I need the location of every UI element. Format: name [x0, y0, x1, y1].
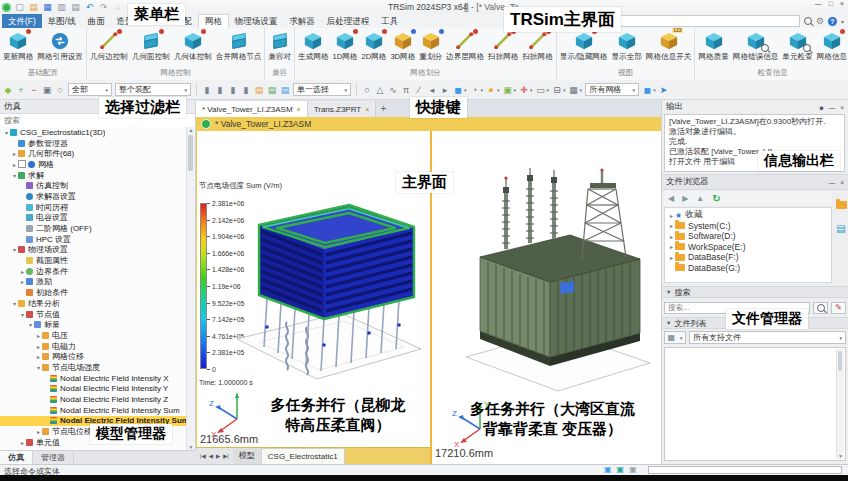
pick-mode-dropdown[interactable]: 单一选择▾ — [293, 83, 351, 96]
chevron-down-icon[interactable]: ▾ — [563, 87, 566, 93]
menu-tab-6[interactable]: 网格 — [198, 14, 229, 28]
pick-box-icon[interactable]: ▣ — [42, 85, 52, 95]
background-icon[interactable]: ▣ — [503, 85, 513, 95]
ribbon-button[interactable]: 网格引用设置 — [35, 30, 85, 62]
tree-item[interactable]: Nodal Electric Field Intensity Z — [0, 394, 187, 405]
save-icon[interactable]: ▦ — [42, 1, 53, 13]
expander-icon[interactable]: ▾ — [11, 300, 18, 307]
chevron-down-icon[interactable]: ▾ — [841, 18, 844, 25]
chevron-down-icon[interactable]: ▾ — [530, 87, 533, 93]
expander-icon[interactable]: ▸ — [11, 161, 18, 168]
panel-tab-0[interactable]: 仿真 — [0, 451, 33, 464]
expander-icon[interactable]: ▸ — [668, 243, 675, 250]
filter-face-icon[interactable]: ▮ — [228, 85, 238, 95]
tree-item[interactable]: ▸几何部件(68) — [0, 148, 187, 159]
tree-item[interactable]: 求解器设置 — [0, 191, 187, 202]
mesh-filter-dropdown[interactable]: 所有网格▾ — [585, 83, 639, 96]
expander-icon[interactable]: ▸ — [668, 233, 675, 240]
refresh-icon[interactable]: ↻ — [712, 193, 720, 204]
ribbon-button[interactable]: 网格信息 — [815, 30, 848, 62]
tree-item[interactable]: 仿真控制 — [0, 180, 187, 191]
chevron-down-icon[interactable]: ▾ — [481, 87, 484, 93]
mesh-display-icon[interactable]: ◼ — [642, 85, 652, 95]
window-icon[interactable]: ▭ — [536, 85, 546, 95]
expander-icon[interactable]: ▾ — [11, 172, 18, 179]
chevron-down-icon[interactable]: ▾ — [547, 87, 550, 93]
menu-tab-10[interactable]: 工具 — [375, 14, 404, 28]
print-icon[interactable]: ▥ — [56, 1, 67, 13]
tree-item[interactable]: Nodal Electric Field Intensity Sum — [0, 405, 187, 416]
tree-item[interactable]: ▾物理场设置 — [0, 245, 187, 256]
tree-item[interactable]: ▸激励 — [0, 277, 187, 288]
add-icon[interactable]: + — [16, 85, 26, 95]
ribbon-button[interactable]: 几何面控制 — [130, 30, 172, 62]
expander-icon[interactable]: ▾ — [27, 321, 34, 328]
close-icon[interactable]: × — [840, 104, 844, 111]
line-tool-icon[interactable]: ∕ — [414, 85, 424, 95]
ribbon-button[interactable]: 扫掠网格 — [486, 30, 520, 62]
back-icon[interactable]: ◀ — [668, 194, 674, 203]
export-icon[interactable]: ▤ — [70, 1, 81, 13]
chevron-down-icon[interactable]: ▾ — [464, 87, 467, 93]
scrollbar-thumb[interactable] — [188, 135, 193, 171]
menu-tab-1[interactable]: 草图/线 — [42, 14, 82, 28]
library-dock-icon[interactable]: ▤ — [836, 223, 845, 234]
filter-edge-icon[interactable]: ▮ — [215, 85, 225, 95]
minimize-button[interactable]: — — [815, 0, 822, 7]
file-type-filter-dropdown[interactable]: 所有支持文件 ▾ — [689, 331, 846, 344]
scrollbar-thumb[interactable] — [838, 351, 842, 371]
render-mode-icon[interactable]: ● — [486, 85, 496, 95]
app-logo[interactable] — [2, 3, 11, 12]
restore-button[interactable]: □ — [829, 0, 833, 7]
chevron-down-icon[interactable]: ▾ — [497, 87, 500, 93]
ribbon-button[interactable]: 几何体控制 — [172, 30, 214, 62]
ribbon-button[interactable]: 合并网格节点 — [214, 30, 264, 62]
folder-item[interactable]: ▸Software(D:) — [665, 231, 831, 242]
ribbon-button[interactable]: 显示全部 — [609, 30, 643, 62]
expander-icon[interactable]: ▾ — [11, 246, 18, 253]
polygon-tool-icon[interactable]: △ — [375, 85, 385, 95]
tree-item[interactable]: ▸边界条件 — [0, 266, 187, 277]
ribbon-button[interactable]: 网格错误信息 — [731, 30, 781, 62]
status-display-icon[interactable]: ▣ — [617, 465, 625, 474]
close-icon[interactable]: × — [840, 179, 844, 186]
section-collapse-icon[interactable]: ▼ — [666, 320, 671, 326]
folder-item[interactable]: ▸WorkSpace(E:) — [665, 242, 831, 253]
chevron-down-icon[interactable]: ▾ — [580, 87, 583, 93]
tree-item[interactable]: ▾结果分析 — [0, 298, 187, 309]
expander-icon[interactable]: ▸ — [11, 150, 18, 157]
file-list-scrollbar[interactable]: ▼ — [836, 349, 844, 459]
section-collapse-icon[interactable]: ▼ — [666, 289, 671, 295]
expander-icon[interactable]: ▸ — [19, 268, 26, 275]
ribbon-button[interactable]: 生成网格 — [296, 30, 330, 62]
folder-item[interactable]: ▸DataBase(F:) — [665, 252, 831, 263]
tab-model[interactable]: 模型 — [233, 448, 261, 464]
circle-select-icon[interactable]: ○ — [55, 85, 65, 95]
remove-icon[interactable]: − — [29, 85, 39, 95]
search-icon[interactable] — [804, 17, 812, 25]
ribbon-button[interactable]: 几何边控制 — [88, 30, 130, 62]
view-mode-button[interactable]: ▦ ▾ — [664, 331, 686, 344]
expander-icon[interactable]: ▾ — [19, 311, 26, 318]
folder-item[interactable]: ▸System(C:) — [665, 221, 831, 232]
ribbon-button[interactable]: 边界层网格 — [444, 30, 486, 62]
pointer-icon[interactable]: ➤ — [659, 85, 669, 95]
minimize-icon[interactable]: — — [829, 104, 836, 111]
tree-item[interactable]: ▾求解 — [0, 170, 187, 181]
filter-vertex-icon[interactable]: ▮ — [202, 85, 212, 95]
expander-icon[interactable]: ▸ — [668, 254, 675, 261]
document-tab-0[interactable]: * Valve_Tower_LI.Z3ASM× — [196, 101, 308, 117]
expander-icon[interactable]: ▸ — [35, 343, 42, 350]
folder-item[interactable]: DataBase(G:) — [665, 263, 831, 274]
tree-item[interactable]: 初始条件 — [0, 287, 187, 298]
go-last-icon[interactable]: ▶| — [223, 453, 229, 459]
forward-icon[interactable]: ▶ — [682, 194, 688, 203]
redo-icon[interactable]: ↷ — [98, 1, 109, 13]
tree-item[interactable]: ▾CSG_Electrostatic1(3D) — [0, 127, 187, 138]
status-command-field[interactable] — [648, 466, 842, 474]
ribbon-button[interactable]: 兼容对 — [266, 30, 293, 62]
new-tab-button[interactable]: + — [376, 101, 390, 117]
expander-icon[interactable]: ▸ — [668, 212, 675, 219]
spline-tool-icon[interactable]: ∿ — [388, 85, 398, 95]
expander-icon[interactable]: ▾ — [35, 364, 42, 371]
